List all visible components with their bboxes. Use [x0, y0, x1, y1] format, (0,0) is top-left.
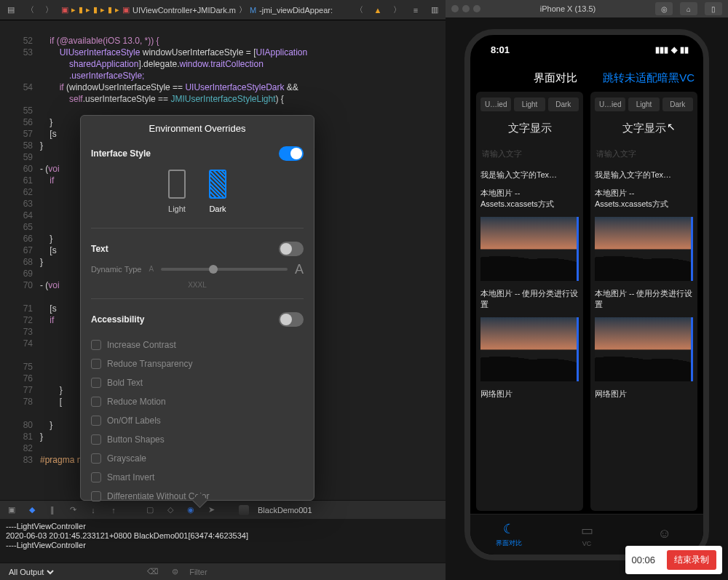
smart-invert-option[interactable]: Smart Invert	[91, 468, 304, 487]
nav-bar: 界面对比 跳转未适配暗黑VC	[470, 64, 703, 92]
recording-bar: 00:06 结束录制	[625, 546, 722, 574]
breakpoint-icon[interactable]: ◆	[26, 504, 38, 516]
warning-icon[interactable]: ▲	[371, 4, 384, 17]
bold-text-option[interactable]: Bold Text	[91, 373, 304, 392]
console[interactable]: ----LightViewController 2020-06-03 20:01…	[0, 519, 446, 563]
process-icon	[239, 505, 249, 515]
light-option[interactable]: Light	[168, 170, 186, 215]
right-img1-caption: 本地图片 -- Assets.xcassets方式	[595, 188, 693, 210]
filter-icon: ⊜	[167, 567, 182, 576]
right-img2-caption: 本地图片 -- 使用分类进行设置	[595, 288, 693, 310]
xcode-top-toolbar: ▤ 〈 〉 ▣ ▸ ▮▸ ▮▸ ▮▸ ▣ UIViewController+JM…	[0, 0, 446, 20]
breadcrumb[interactable]: ▣ ▸ ▮▸ ▮▸ ▮▸ ▣ UIViewController+JMIDark.…	[61, 4, 333, 15]
right-img3-caption: 网络图片	[595, 389, 693, 400]
gutter: 5253545556575859606162636465666768697071…	[0, 20, 40, 500]
device-frame: 8:01 ▮▮▮ ◈ ▮▮ 界面对比 跳转未适配暗黑VC ↖ U…ied Lig…	[464, 29, 709, 560]
debug-panel-icon[interactable]: ▣	[6, 504, 17, 516]
trash-icon[interactable]: ⌫	[146, 567, 160, 576]
forward-icon[interactable]: 〉	[42, 4, 55, 17]
accessibility-toggle[interactable]	[279, 312, 304, 327]
recording-time: 00:06	[631, 555, 655, 565]
environment-overrides-popover: Environment Overrides Interface Style Li…	[80, 115, 314, 501]
wifi-icon: ◈	[671, 45, 677, 55]
mouse-cursor-icon: ↖	[667, 121, 676, 132]
right-image-1	[595, 217, 693, 281]
appearance-picker[interactable]: Light Dark	[91, 170, 304, 215]
left-img2-caption: 本地图片 -- 使用分类进行设置	[480, 288, 579, 310]
dark-option[interactable]: Dark	[209, 170, 226, 215]
left-image-1	[480, 217, 579, 281]
reduce-transparency-option[interactable]: Reduce Transparency	[91, 354, 304, 373]
left-text-label: 我是输入文字的Tex…	[480, 170, 579, 180]
warning-fwd-icon[interactable]: 〉	[390, 4, 403, 17]
nav-title: 界面对比	[534, 71, 577, 85]
xxxl-label: XXXL	[91, 279, 304, 291]
button-shapes-option[interactable]: Button Shapes	[91, 430, 304, 449]
left-img3-caption: 网络图片	[480, 389, 579, 400]
folder-tab-icon: ▭	[581, 523, 593, 539]
file-icon: ▣	[61, 5, 68, 15]
accessibility-options: Increase Contrast Reduce Transparency Bo…	[91, 335, 304, 506]
nav-right-link[interactable]: 跳转未适配暗黑VC	[603, 71, 695, 85]
reduce-motion-option[interactable]: Reduce Motion	[91, 392, 304, 411]
warning-back-icon[interactable]: 〈	[352, 4, 365, 17]
moon-icon: ☾	[503, 521, 515, 537]
minimap-icon[interactable]: ≡	[409, 4, 422, 17]
right-segment[interactable]: U…ied Light Dark	[595, 98, 693, 111]
output-filter-select[interactable]: All Output	[6, 567, 56, 577]
folder-icon: ▸	[71, 5, 76, 15]
filter-input[interactable]	[189, 568, 440, 576]
text-toggle[interactable]	[279, 242, 304, 256]
related-items-icon[interactable]: ▤	[4, 4, 17, 17]
tab-vc[interactable]: ▭ VC	[548, 515, 626, 555]
interface-style-label: Interface Style	[91, 148, 151, 159]
split-icon[interactable]: ▥	[428, 4, 441, 17]
home-icon[interactable]: ⌂	[680, 2, 697, 15]
increase-contrast-option[interactable]: Increase Contrast	[91, 335, 304, 354]
left-placeholder[interactable]: 请输入文字	[480, 146, 579, 162]
interface-style-toggle[interactable]	[279, 146, 304, 161]
right-image-2	[595, 317, 693, 381]
onoff-labels-option[interactable]: On/Off Labels	[91, 411, 304, 430]
pause-icon[interactable]: ‖	[47, 504, 58, 516]
left-segment[interactable]: U…ied Light Dark	[480, 98, 579, 111]
grayscale-option[interactable]: Grayscale	[91, 449, 304, 468]
right-text-label: 我是输入文字的Tex…	[595, 170, 693, 180]
process-name[interactable]: BlackDemo001	[258, 506, 312, 515]
tab-compare[interactable]: ☾ 界面对比	[470, 515, 548, 555]
traffic-lights[interactable]	[451, 5, 480, 12]
code-editor[interactable]: 5253545556575859606162636465666768697071…	[0, 20, 446, 500]
screenshot-icon[interactable]: ◎	[655, 2, 673, 15]
dynamic-type-slider[interactable]	[161, 268, 288, 271]
left-preview: U…ied Light Dark 文字显示 请输入文字 我是输入文字的Tex… …	[476, 92, 583, 511]
back-icon[interactable]: 〈	[23, 4, 36, 17]
clipboard-icon[interactable]: ▯	[705, 2, 722, 15]
method-icon: M	[250, 6, 256, 15]
person-icon: ☺	[657, 526, 670, 541]
simulator-title-bar: iPhone X (13.5) ◎ ⌂ ▯	[446, 0, 728, 17]
breadcrumb-method[interactable]: -jmi_viewDidAppear:	[259, 6, 333, 15]
signal-icon: ▮▮▮	[655, 45, 668, 55]
status-time: 8:01	[491, 44, 510, 55]
accessibility-label: Accessibility	[91, 314, 144, 325]
dynamic-type-label: Dynamic Type	[91, 263, 142, 275]
right-section-title: 文字显示	[595, 122, 693, 135]
left-img1-caption: 本地图片 -- Assets.xcassets方式	[480, 188, 579, 210]
light-phone-icon	[168, 170, 186, 199]
left-image-2	[480, 317, 579, 381]
diff-without-color-option[interactable]: Differentiate Without Color	[91, 487, 304, 506]
breadcrumb-file[interactable]: UIViewController+JMIDark.m	[132, 6, 236, 15]
stop-recording-button[interactable]: 结束录制	[667, 550, 716, 570]
notch	[532, 35, 641, 51]
right-preview: U…ied Light Dark 文字显示 请输入文字 我是输入文字的Tex… …	[590, 92, 697, 511]
popover-title: Environment Overrides	[91, 123, 304, 135]
battery-icon: ▮▮	[680, 45, 689, 55]
left-section-title: 文字显示	[480, 122, 579, 135]
text-label: Text	[91, 243, 108, 255]
simulator-title: iPhone X (13.5)	[485, 4, 651, 13]
status-indicators: ▮▮▮ ◈ ▮▮	[655, 45, 689, 55]
step-over-icon[interactable]: ↷	[67, 504, 79, 516]
right-placeholder[interactable]: 请输入文字	[595, 146, 693, 162]
dark-phone-icon	[209, 170, 226, 199]
console-filter-bar: All Output ⌫ ⊜	[0, 563, 446, 580]
